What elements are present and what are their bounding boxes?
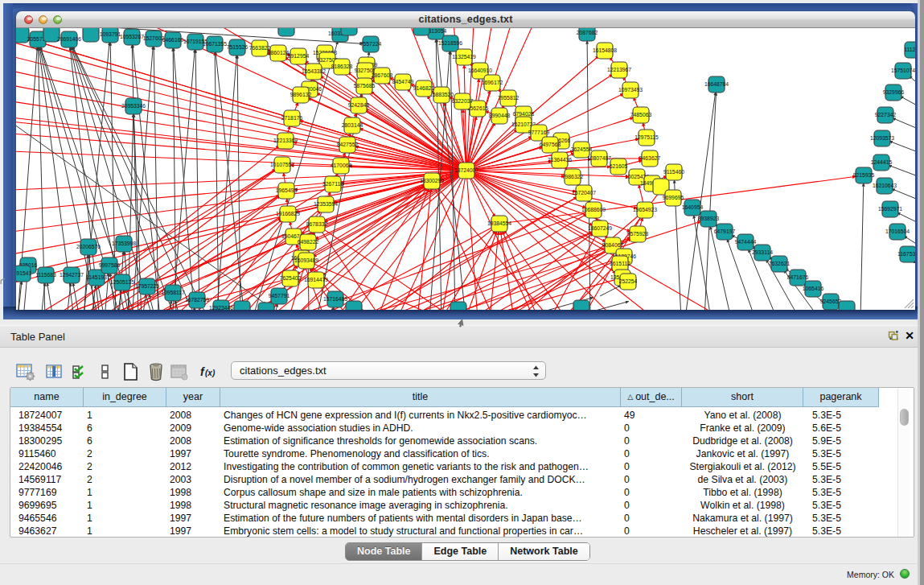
graph-edge[interactable] <box>892 189 915 200</box>
network-table-selector[interactable]: citations_edges.txt <box>231 361 546 380</box>
graph-node[interactable]: 391541 <box>16 266 32 282</box>
graph-node[interactable]: 8678332 <box>306 216 328 233</box>
graph-node[interactable]: 10807487 <box>587 150 611 167</box>
select-rows-icon[interactable] <box>71 362 90 381</box>
graph-edge[interactable] <box>16 151 466 171</box>
network-canvas[interactable]: 2055713206914061093791105532671527602646… <box>16 28 915 310</box>
graph-node[interactable]: 2803144 <box>342 117 363 134</box>
table-row[interactable]: 1456911722003Disruption of a novel membe… <box>10 473 898 486</box>
column-header-in_degree[interactable]: in_degree <box>84 388 166 407</box>
graph-node[interactable]: 19654923 <box>633 202 657 218</box>
graph-node[interactable]: 12353594 <box>314 196 338 212</box>
column-header-name[interactable]: name <box>10 388 84 407</box>
graph-node[interactable]: 15692971 <box>878 201 902 217</box>
graph-edge[interactable] <box>889 141 915 153</box>
graph-node[interactable]: 7632621 <box>769 256 791 272</box>
graph-node[interactable]: 7557224 <box>360 36 382 52</box>
graph-node[interactable]: 20691406 <box>57 31 81 47</box>
graph-edge[interactable] <box>889 165 915 177</box>
graph-node[interactable]: 8186328 <box>331 59 353 75</box>
graph-node[interactable]: 9699695 <box>663 190 684 206</box>
graph-node[interactable]: 7625402 <box>280 270 302 286</box>
graph-edge[interactable] <box>237 55 240 310</box>
graph-node[interactable]: 8912954 <box>288 48 310 64</box>
graph-node[interactable]: 1115683 <box>35 267 56 283</box>
graph-node[interactable]: 9457791 <box>269 288 290 304</box>
graph-node[interactable]: 1965493 <box>276 183 298 199</box>
graph-edge[interactable] <box>322 171 466 275</box>
graph-edge[interactable] <box>897 212 915 224</box>
citation-network-graph[interactable]: 2055713206914061093791105532671527602646… <box>16 28 915 310</box>
graph-node[interactable]: 6322037 <box>452 93 474 109</box>
float-window-icon[interactable] <box>887 330 900 344</box>
column-header-short[interactable]: short <box>682 388 803 407</box>
graph-edge[interactable] <box>900 97 915 107</box>
graph-node[interactable]: 9575928 <box>627 226 649 242</box>
graph-edge[interactable] <box>195 49 199 310</box>
function-builder-icon[interactable]: f(x) <box>199 362 218 381</box>
table-row[interactable]: 1830029562008Estimation of significance … <box>10 435 898 447</box>
new-file-icon[interactable] <box>121 362 141 381</box>
graph-node[interactable]: 2718176 <box>281 110 303 126</box>
graph-node[interactable]: 6497568 <box>540 137 561 153</box>
canvas-resize-grip[interactable] <box>903 298 914 309</box>
graph-node[interactable]: 111273 <box>904 42 915 58</box>
graph-node[interactable]: 621605 <box>610 159 628 175</box>
table-row[interactable]: 969969511998Structural magnetic resonanc… <box>10 499 898 512</box>
graph-edge[interactable] <box>397 221 701 310</box>
graph-node[interactable]: 15751074 <box>891 63 915 79</box>
graph-node[interactable]: 1696172 <box>482 75 503 91</box>
tab-network-table[interactable]: Network Table <box>498 543 589 560</box>
graph-node[interactable]: 16210643 <box>873 178 897 194</box>
graph-node[interactable]: 7485063 <box>630 107 652 123</box>
row-height-icon[interactable] <box>96 362 115 381</box>
table-row[interactable]: 2242004622012Investigating the contribut… <box>10 460 898 473</box>
graph-node[interactable]: 17353998 <box>112 236 136 252</box>
graph-node[interactable] <box>413 28 429 35</box>
graph-edge[interactable] <box>694 215 711 310</box>
graph-node[interactable]: 8454749 <box>392 74 414 90</box>
scrollbar-thumb[interactable] <box>900 409 909 426</box>
graph-node[interactable]: 2933114 <box>752 245 773 261</box>
graph-edge[interactable] <box>16 171 466 275</box>
graph-node[interactable]: 2087682 <box>577 28 598 41</box>
tab-node-table[interactable]: Node Table <box>346 543 421 560</box>
tab-edge-table[interactable]: Edge Table <box>421 543 498 560</box>
table-row[interactable]: 946362711997Embryonic stem cells: a mode… <box>10 525 898 538</box>
column-header-year[interactable]: year <box>166 388 220 407</box>
graph-node[interactable]: 7986322 <box>562 169 584 185</box>
graph-node[interactable]: 9860124 <box>268 45 290 61</box>
graph-node[interactable]: 9146821 <box>413 80 435 97</box>
graph-node[interactable]: 9227342 <box>875 107 897 123</box>
graph-node[interactable]: 5875685 <box>354 78 376 94</box>
graph-edge[interactable] <box>16 56 466 171</box>
graph-node[interactable]: 9997586 <box>99 257 121 274</box>
graph-edge[interactable] <box>893 118 915 130</box>
table-row[interactable]: 977716911998Corpus callosum shape and si… <box>10 486 898 499</box>
graph-node[interactable]: 1244415 <box>871 154 893 171</box>
graph-node[interactable]: 12093573 <box>870 130 894 146</box>
graph-node[interactable]: 1527602 <box>143 31 165 47</box>
graph-node[interactable]: 9329966 <box>883 84 905 101</box>
graph-node[interactable] <box>234 301 250 310</box>
graph-node[interactable]: 19384554 <box>487 216 511 232</box>
graph-node[interactable] <box>573 300 589 310</box>
graph-node[interactable] <box>346 301 362 310</box>
graph-node[interactable]: 9463627 <box>639 150 661 167</box>
graph-node[interactable] <box>839 301 855 310</box>
graph-node[interactable]: 8938923 <box>698 211 720 227</box>
table-options-icon[interactable] <box>16 362 35 381</box>
graph-node[interactable]: 12975115 <box>634 130 659 146</box>
column-header-out_de[interactable]: △out_de... <box>621 388 682 407</box>
graph-node[interactable]: 16154808 <box>593 43 617 59</box>
network-window-titlebar[interactable]: citations_edges.txt <box>16 11 915 28</box>
table-panel-close-icon[interactable]: ✕ <box>903 328 916 343</box>
graph-node[interactable]: 1167533 <box>897 246 915 262</box>
graph-edge[interactable] <box>860 183 864 310</box>
graph-node[interactable]: 4170064 <box>331 158 352 174</box>
graph-node[interactable] <box>341 28 357 35</box>
graph-node[interactable]: 3267110 <box>322 176 343 192</box>
graph-node[interactable] <box>278 28 294 36</box>
column-header-pagerank[interactable]: pagerank <box>803 388 879 407</box>
graph-node[interactable]: 12942737 <box>60 267 84 283</box>
